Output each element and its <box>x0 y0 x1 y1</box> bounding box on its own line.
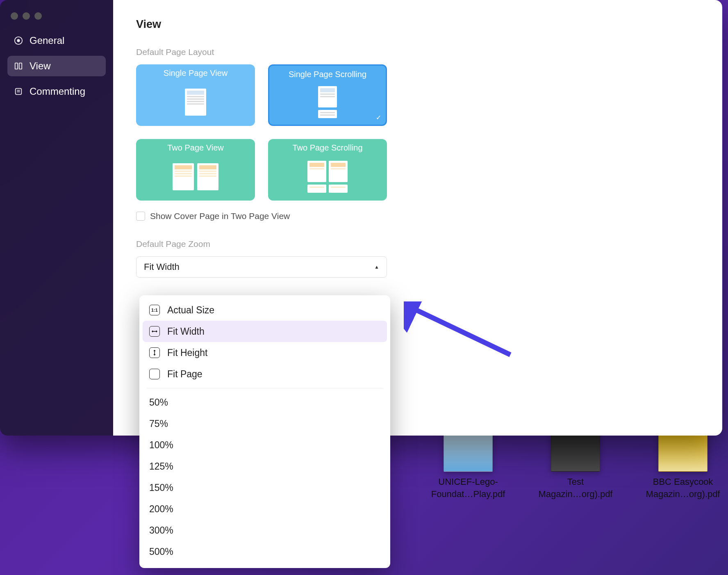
sidebar-item-view[interactable]: View <box>7 56 106 76</box>
close-icon[interactable] <box>11 12 18 20</box>
desktop-file[interactable]: UNICEF-Lego- Foundat…Play.pdf <box>423 431 513 500</box>
layout-option-label: Two Page Scrolling <box>292 143 362 153</box>
zoom-option-label: 500% <box>149 546 173 557</box>
actual-size-icon: 1:1 <box>149 305 160 315</box>
sidebar-item-label: View <box>30 60 51 72</box>
zoom-option-label: Fit Width <box>167 326 205 337</box>
zoom-option-percent[interactable]: 300% <box>143 520 387 541</box>
zoom-option-percent[interactable]: 50% <box>143 392 387 413</box>
zoom-option-percent[interactable]: 150% <box>143 477 387 498</box>
section-label-layout: Default Page Layout <box>136 47 699 57</box>
fit-height-icon <box>149 347 160 358</box>
zoom-option-label: 200% <box>149 504 173 515</box>
layout-option-single-view[interactable]: Single Page View <box>136 64 255 126</box>
zoom-option-percent[interactable]: 75% <box>143 413 387 434</box>
file-thumb <box>551 431 600 472</box>
sidebar: General View Commenting <box>0 0 113 436</box>
file-name: BBC Easycook Magazin…org).pdf <box>646 476 720 500</box>
preview-icon <box>185 78 206 126</box>
zoom-option-percent[interactable]: 200% <box>143 498 387 520</box>
file-name: Test Magazin…org).pdf <box>539 476 613 500</box>
sidebar-item-label: General <box>30 35 64 46</box>
layout-option-label: Two Page View <box>167 143 224 153</box>
layout-grid: Single Page View Single Page Scrolling ✓… <box>136 64 699 201</box>
desktop-files: b UNICEF-Lego- Foundat…Play.pdf Test Mag… <box>369 431 728 500</box>
zoom-option-fit-height[interactable]: Fit Height <box>143 342 387 363</box>
zoom-dropdown-value: Fit Width <box>144 262 180 272</box>
fit-page-icon <box>149 369 160 379</box>
layout-option-two-scrolling[interactable]: Two Page Scrolling <box>268 139 387 201</box>
section-label-zoom: Default Page Zoom <box>136 239 699 249</box>
zoom-option-label: 300% <box>149 525 173 536</box>
layout-option-two-view[interactable]: Two Page View <box>136 139 255 201</box>
zoom-option-fit-page[interactable]: Fit Page <box>143 363 387 385</box>
zoom-popup: 1:1 Actual Size Fit Width Fit Height Fit… <box>139 295 390 568</box>
layout-option-label: Single Page View <box>164 68 228 78</box>
zoom-option-label: 150% <box>149 482 173 493</box>
check-icon: ✓ <box>373 112 383 122</box>
svg-rect-2 <box>15 63 18 69</box>
zoom-dropdown[interactable]: Fit Width ▲ <box>136 256 387 278</box>
file-thumb <box>444 431 493 472</box>
layout-option-label: Single Page Scrolling <box>289 70 366 79</box>
preview-icon <box>307 153 348 201</box>
zoom-option-percent[interactable]: 500% <box>143 541 387 562</box>
zoom-option-actual-size[interactable]: 1:1 Actual Size <box>143 299 387 321</box>
zoom-option-label: Actual Size <box>167 305 214 316</box>
checkbox-icon <box>136 212 145 221</box>
note-icon <box>14 87 23 96</box>
zoom-option-label: 125% <box>149 461 173 472</box>
zoom-option-fit-width[interactable]: Fit Width <box>143 321 387 342</box>
sidebar-item-label: Commenting <box>30 86 85 97</box>
zoom-option-label: 100% <box>149 440 173 451</box>
page-title: View <box>136 18 699 31</box>
zoom-option-percent[interactable]: 100% <box>143 434 387 456</box>
chevron-up-icon: ▲ <box>374 264 379 270</box>
zoom-option-label: Fit Page <box>167 369 202 380</box>
svg-rect-3 <box>19 63 22 69</box>
radio-icon <box>14 36 23 45</box>
zoom-option-label: 50% <box>149 397 168 408</box>
svg-point-1 <box>17 39 20 42</box>
fit-width-icon <box>149 326 160 337</box>
desktop-file[interactable]: Test Magazin…org).pdf <box>530 431 621 500</box>
layout-option-single-scrolling[interactable]: Single Page Scrolling ✓ <box>268 64 387 126</box>
cover-page-checkbox[interactable]: Show Cover Page in Two Page View <box>136 211 699 221</box>
zoom-option-label: 75% <box>149 418 168 429</box>
preview-icon <box>318 79 337 125</box>
checkbox-label: Show Cover Page in Two Page View <box>150 211 290 221</box>
preview-icon <box>173 153 218 201</box>
file-name: UNICEF-Lego- Foundat…Play.pdf <box>431 476 505 500</box>
columns-icon <box>14 62 23 71</box>
popup-separator <box>147 388 383 388</box>
file-thumb <box>658 431 708 472</box>
desktop-file[interactable]: BBC Easycook Magazin…org).pdf <box>638 431 728 500</box>
sidebar-item-general[interactable]: General <box>7 30 106 51</box>
minimize-icon[interactable] <box>23 12 30 20</box>
zoom-option-label: Fit Height <box>167 347 207 358</box>
window-traffic-lights <box>0 8 113 30</box>
zoom-option-percent[interactable]: 125% <box>143 456 387 477</box>
sidebar-item-commenting[interactable]: Commenting <box>7 81 106 102</box>
maximize-icon[interactable] <box>34 12 42 20</box>
